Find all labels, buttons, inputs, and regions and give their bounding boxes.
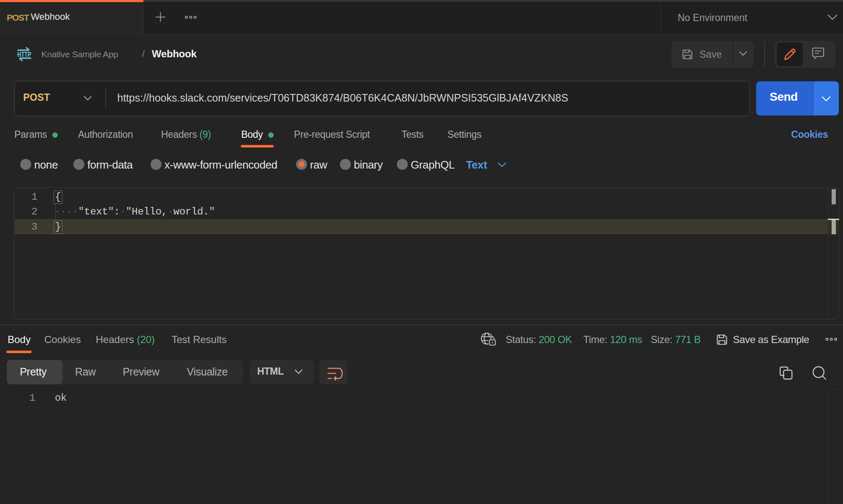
svg-text:HTTP: HTTP <box>17 51 31 58</box>
